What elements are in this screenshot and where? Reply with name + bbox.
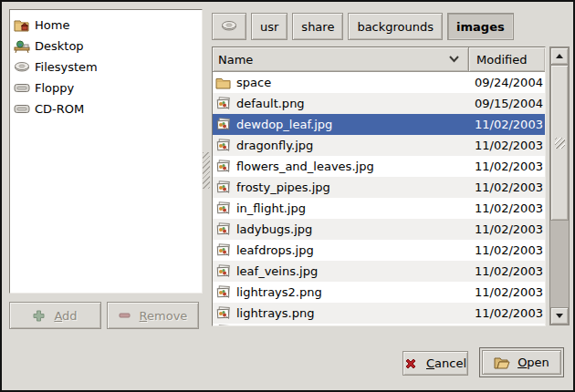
file-name-cell: leaf_veins.jpg xyxy=(213,263,469,279)
path-button-usr[interactable]: usr xyxy=(251,13,288,40)
image-file-icon xyxy=(215,159,231,174)
file-modified-date: 11/02/2003 xyxy=(469,264,543,278)
sidebar-item-home[interactable]: Home xyxy=(10,15,202,36)
arrow-down-icon xyxy=(556,314,563,318)
scroll-up-button[interactable] xyxy=(550,47,569,65)
image-file-icon xyxy=(215,117,231,132)
file-name: leaf_veins.jpg xyxy=(236,264,318,278)
path-button-root[interactable] xyxy=(212,13,246,40)
file-list: Name Modified space09/24/2004default.png… xyxy=(212,46,546,326)
image-file-icon xyxy=(215,263,231,279)
file-row-in_flight.jpg[interactable]: in_flight.jpg11/02/2003 xyxy=(213,198,545,219)
places-sidebar: HomeDesktopFilesystemFloppyCD-ROM xyxy=(9,9,203,294)
file-name: lightrays.png xyxy=(236,306,314,320)
image-file-icon xyxy=(215,222,231,237)
file-name: leafdrops.jpg xyxy=(236,243,314,257)
pane-resize-grip[interactable] xyxy=(203,152,210,189)
file-row-ladybugs.jpg[interactable]: ladybugs.jpg11/02/2003 xyxy=(213,219,545,240)
add-shortcut-button[interactable]: Add xyxy=(9,302,101,329)
scroll-down-button[interactable] xyxy=(550,307,569,325)
file-modified-date: 11/02/2003 xyxy=(469,181,543,194)
file-row-leafdrops.jpg[interactable]: leafdrops.jpg11/02/2003 xyxy=(213,240,545,261)
sidebar-item-desktop[interactable]: Desktop xyxy=(10,36,202,57)
image-file-icon xyxy=(215,324,231,326)
drive-icon xyxy=(14,80,30,96)
path-button-images[interactable]: images xyxy=(447,13,514,40)
home-icon xyxy=(14,17,30,33)
file-row-lightrays2.png[interactable]: lightrays2.png11/02/2003 xyxy=(213,282,545,303)
file-modified-date: 11/02/2003 xyxy=(469,139,543,152)
open-button[interactable]: Open xyxy=(482,350,561,375)
sidebar-item-cd-rom[interactable]: CD-ROM xyxy=(10,98,202,119)
sort-indicator-icon xyxy=(449,56,459,63)
file-modified-date: 11/02/2003 xyxy=(469,160,543,173)
column-header-modified[interactable]: Modified xyxy=(469,47,545,72)
file-row-dragonfly.jpg[interactable]: dragonfly.jpg11/02/2003 xyxy=(213,135,545,156)
file-row-space[interactable]: space09/24/2004 xyxy=(213,72,545,93)
list-header: Name Modified xyxy=(213,47,545,72)
cancel-button[interactable]: Cancel xyxy=(402,351,468,376)
file-name-cell xyxy=(213,324,469,326)
image-file-icon xyxy=(215,180,231,195)
file-name-cell: frosty_pipes.jpg xyxy=(213,180,469,195)
path-button-share[interactable]: share xyxy=(292,13,343,40)
path-button-label: share xyxy=(301,20,334,34)
file-row-partial[interactable] xyxy=(213,324,545,326)
file-name-cell: dewdop_leaf.jpg xyxy=(213,117,469,132)
file-name: in_flight.jpg xyxy=(236,201,306,215)
sidebar-item-label: CD-ROM xyxy=(35,102,84,116)
add-plus-icon xyxy=(33,310,45,322)
file-row-lightrays.png[interactable]: lightrays.png11/02/2003 xyxy=(213,303,545,324)
file-row-default.png[interactable]: default.png09/15/2004 xyxy=(213,93,545,114)
image-file-icon xyxy=(215,305,231,321)
column-header-name[interactable]: Name xyxy=(213,47,469,72)
default-button-ring: Open xyxy=(479,347,564,377)
btn-remove-label: Remove xyxy=(140,309,188,323)
btn-cancel-label: Cancel xyxy=(426,356,466,370)
remove-shortcut-button[interactable]: Remove xyxy=(107,302,199,329)
column-header-name-label: Name xyxy=(218,53,449,67)
file-row-flowers_and_leaves.jpg[interactable]: flowers_and_leaves.jpg11/02/2003 xyxy=(213,156,545,177)
image-file-icon xyxy=(215,96,231,111)
file-modified-date: 09/15/2004 xyxy=(469,97,543,110)
file-modified-date: 11/02/2003 xyxy=(469,243,543,257)
sidebar-item-filesystem[interactable]: Filesystem xyxy=(10,57,202,77)
file-name-cell: in_flight.jpg xyxy=(213,201,469,216)
sidebar-item-label: Home xyxy=(35,18,69,32)
file-name-cell: dragonfly.jpg xyxy=(213,138,469,153)
image-file-icon xyxy=(215,242,231,258)
file-name: dewdop_leaf.jpg xyxy=(236,118,332,131)
btn-open-label: Open xyxy=(518,356,549,369)
path-button-backgrounds[interactable]: backgrounds xyxy=(348,13,443,40)
filesystem-icon xyxy=(14,59,30,75)
sidebar-item-floppy[interactable]: Floppy xyxy=(10,77,202,98)
file-modified-date: 11/02/2003 xyxy=(469,118,543,131)
vertical-scrollbar[interactable] xyxy=(549,46,570,325)
cancel-x-icon xyxy=(404,357,417,370)
sidebar-item-label: Desktop xyxy=(35,39,84,53)
file-name-cell: default.png xyxy=(213,96,469,111)
file-name: dragonfly.jpg xyxy=(236,139,313,152)
image-file-icon xyxy=(215,138,231,153)
file-name: default.png xyxy=(236,97,305,110)
file-modified-date: 09/24/2004 xyxy=(469,76,543,89)
file-name: ladybugs.jpg xyxy=(236,222,312,236)
file-name: space xyxy=(236,76,271,89)
image-file-icon xyxy=(215,284,231,300)
file-name-cell: lightrays.png xyxy=(213,305,469,321)
file-row-frosty_pipes.jpg[interactable]: frosty_pipes.jpg11/02/2003 xyxy=(213,177,545,198)
file-row-dewdop_leaf.jpg[interactable]: dewdop_leaf.jpg11/02/2003 xyxy=(213,114,545,135)
file-row-leaf_veins.jpg[interactable]: leaf_veins.jpg11/02/2003 xyxy=(213,261,545,282)
arrow-up-icon xyxy=(556,54,563,58)
file-name-cell: ladybugs.jpg xyxy=(213,222,469,237)
image-file-icon xyxy=(215,201,231,216)
file-modified-date: 11/02/2003 xyxy=(469,222,543,236)
file-chooser-dialog: HomeDesktopFilesystemFloppyCD-ROM usrsha… xyxy=(0,0,575,392)
file-modified-date: 11/02/2003 xyxy=(469,306,543,320)
path-button-label: backgrounds xyxy=(357,20,434,34)
scrollbar-thumb[interactable] xyxy=(550,65,569,221)
file-name: lightrays2.png xyxy=(236,285,322,299)
remove-minus-icon xyxy=(119,312,131,319)
desktop-icon xyxy=(14,38,30,54)
file-name-cell: flowers_and_leaves.jpg xyxy=(213,159,469,174)
